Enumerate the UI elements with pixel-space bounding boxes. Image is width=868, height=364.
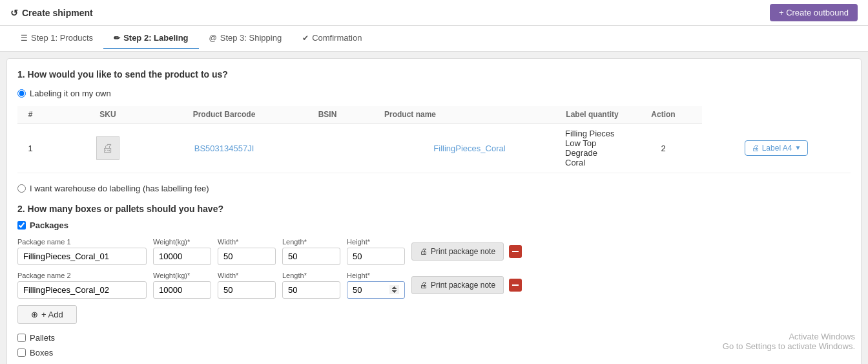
col-label-qty: Label quantity xyxy=(560,106,625,123)
add-label: + Add xyxy=(41,310,63,319)
pallets-option: Pallets xyxy=(17,333,851,343)
section1-title: 1. How would you like to send the produc… xyxy=(17,69,851,80)
row-img: 🖨 xyxy=(43,123,172,173)
pkg2-weight-label: Weight(kg)* xyxy=(153,272,211,279)
pallets-checkbox[interactable] xyxy=(17,334,26,342)
boxes-checkbox[interactable] xyxy=(17,348,26,357)
pkg2-length-input[interactable] xyxy=(282,281,340,299)
pkg2-print-label: Print package note xyxy=(431,281,495,290)
pkg2-height-input[interactable] xyxy=(347,281,405,299)
sku-link[interactable]: BS503134557JI xyxy=(194,144,254,153)
pkg2-weight-input[interactable] xyxy=(153,281,211,299)
steps-bar: ☰ Step 1: Products ✏ Step 2: Labeling @ … xyxy=(0,26,868,52)
col-bsin: BSIN xyxy=(276,106,379,123)
option2-group: I want warehouse do labelling (has label… xyxy=(17,184,851,193)
step1-icon: ☰ xyxy=(21,34,28,43)
step3-label: Step 3: Shipping xyxy=(220,33,282,43)
pkg2-length-group: Length* xyxy=(282,272,340,299)
row-num: 1 xyxy=(17,123,43,173)
pkg1-print-delete: 🖨 Print package note xyxy=(411,242,522,261)
printer1-icon: 🖨 xyxy=(420,247,428,256)
row-barcode xyxy=(276,123,379,173)
page-title-text: Create shipment xyxy=(22,8,93,18)
option1-label: Labeling it on my own xyxy=(30,89,111,98)
col-product-name: Product name xyxy=(379,106,560,123)
step4-label: Comfirmation xyxy=(312,33,362,43)
pkg1-print-label: Print package note xyxy=(431,247,495,256)
step-3[interactable]: @ Step 3: Shipping xyxy=(199,28,293,49)
step2-label: Step 2: Labeling xyxy=(123,33,188,43)
printer2-icon: 🖨 xyxy=(420,281,428,290)
row-product-name: Filling Pieces Low Top Degrade Coral xyxy=(560,123,625,173)
caret-icon: ▼ xyxy=(794,144,801,151)
packages-checkbox[interactable] xyxy=(17,221,26,230)
col-num: # xyxy=(17,106,43,123)
row-sku[interactable]: BS503134557JI xyxy=(172,123,276,173)
step1-label: Step 1: Products xyxy=(31,33,93,43)
pkg2-width-group: Width* xyxy=(218,272,276,299)
col-action: Action xyxy=(625,106,702,123)
step3-icon: @ xyxy=(209,34,217,43)
pkg2-name-label: Package name 2 xyxy=(17,272,147,279)
pkg2-print-button[interactable]: 🖨 Print package note xyxy=(411,276,504,294)
option1-group: Labeling it on my own xyxy=(17,89,851,98)
pkg2-name-group: Package name 2 xyxy=(17,272,147,299)
label-action-button[interactable]: 🖨 Label A4 ▼ xyxy=(745,140,809,156)
pkg2-width-label: Width* xyxy=(218,272,276,279)
option2-radio[interactable] xyxy=(17,184,26,193)
refresh-icon[interactable]: ↺ xyxy=(10,8,18,18)
step-4[interactable]: ✔ Comfirmation xyxy=(292,28,372,49)
option1-radio[interactable] xyxy=(17,89,26,98)
package-row-1: Package name 1 Weight(kg)* Width* Length… xyxy=(17,238,851,265)
plus-icon: ⊕ xyxy=(31,310,38,319)
pkg1-width-group: Width* xyxy=(218,238,276,265)
pkg1-name-group: Package name 1 xyxy=(17,238,147,265)
boxes-option: Boxes xyxy=(17,348,851,358)
pkg1-length-input[interactable] xyxy=(282,248,340,265)
pkg1-width-input[interactable] xyxy=(218,248,276,265)
step-2[interactable]: ✏ Step 2: Labeling xyxy=(103,28,198,49)
step2-icon: ✏ xyxy=(114,34,120,43)
pkg1-print-button[interactable]: 🖨 Print package note xyxy=(411,242,504,261)
boxes-label: Boxes xyxy=(30,348,53,358)
step4-icon: ✔ xyxy=(302,34,309,43)
pkg2-name-input[interactable] xyxy=(17,281,147,299)
pkg1-length-label: Length* xyxy=(282,238,340,246)
pkg1-name-label: Package name 1 xyxy=(17,238,147,246)
add-package-button[interactable]: ⊕ + Add xyxy=(17,305,77,324)
pkg2-print-delete: 🖨 Print package note xyxy=(411,276,522,294)
product-image: 🖨 xyxy=(96,136,119,160)
pkg1-delete-button[interactable] xyxy=(509,245,522,258)
pkg1-height-label: Height* xyxy=(347,238,405,246)
package-row-2: Package name 2 Weight(kg)* Width* Length… xyxy=(17,272,851,299)
pkg2-length-label: Length* xyxy=(282,272,340,279)
pkg2-delete-button[interactable] xyxy=(509,279,522,292)
col-barcode: Product Barcode xyxy=(172,106,276,123)
page-title: ↺ Create shipment xyxy=(10,8,93,18)
pkg1-height-input[interactable] xyxy=(347,248,405,265)
pkg1-height-group: Height* xyxy=(347,238,405,265)
pallets-label: Pallets xyxy=(30,333,55,343)
pkg2-weight-group: Weight(kg)* xyxy=(153,272,211,299)
row-label-qty: 2 xyxy=(625,123,702,173)
pkg1-name-input[interactable] xyxy=(17,248,147,265)
pkg2-height-group: Height* xyxy=(347,272,405,299)
pkg1-weight-group: Weight(kg)* xyxy=(153,238,211,265)
bsin-link[interactable]: FillingPieces_Coral xyxy=(433,144,505,153)
row-action[interactable]: 🖨 Label A4 ▼ xyxy=(702,123,851,173)
product-table: # SKU Product Barcode BSIN Product name … xyxy=(17,106,851,173)
pkg1-weight-label: Weight(kg)* xyxy=(153,238,211,246)
main-content: 1. How would you like to send the produc… xyxy=(6,58,862,364)
pkg1-length-group: Length* xyxy=(282,238,340,265)
pkg1-width-label: Width* xyxy=(218,238,276,246)
pkg2-height-label: Height* xyxy=(347,272,405,279)
col-sku: SKU xyxy=(43,106,172,123)
pkg2-width-input[interactable] xyxy=(218,281,276,299)
create-outbound-button[interactable]: + Create outbound xyxy=(770,4,858,21)
pkg1-weight-input[interactable] xyxy=(153,248,211,265)
step-1[interactable]: ☰ Step 1: Products xyxy=(10,28,103,49)
label-action-text: Label A4 xyxy=(762,144,792,153)
top-bar: ↺ Create shipment + Create outbound xyxy=(0,0,868,26)
packages-label: Packages xyxy=(30,220,68,230)
printer-icon: 🖨 xyxy=(752,144,760,153)
